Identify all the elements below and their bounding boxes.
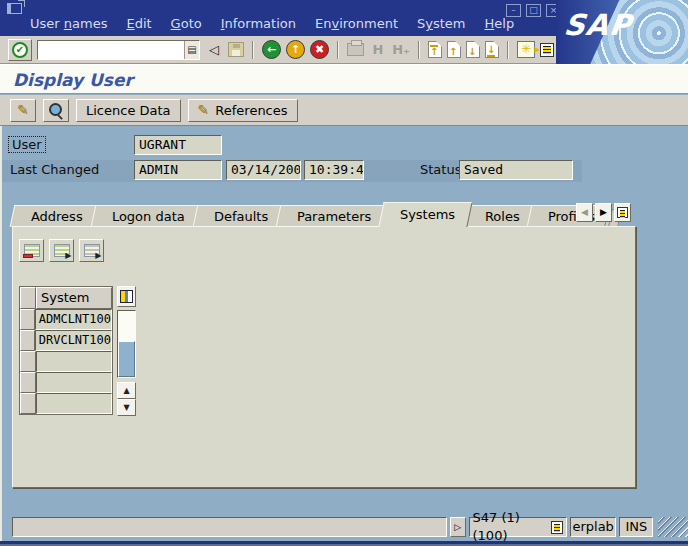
references-button[interactable]: ✎References	[188, 99, 298, 122]
menu-label: dit	[135, 16, 152, 31]
menu-item-environment[interactable]: Environment	[315, 16, 398, 36]
last-page-icon[interactable]: ↓	[485, 41, 499, 58]
page-title: Display User	[13, 70, 133, 90]
menu-label-accel: n	[64, 16, 72, 31]
enter-button[interactable]: ✔	[8, 39, 32, 61]
menu-item-information[interactable]: Information	[221, 16, 296, 36]
display-change-button[interactable]: ✎	[10, 99, 36, 122]
status-list-icon[interactable]	[551, 521, 563, 534]
status-label: Status	[420, 162, 461, 177]
tab-label: Defaults	[214, 206, 268, 227]
status-expand-button[interactable]: ▷	[450, 517, 466, 537]
command-history-icon[interactable]: ▤	[184, 41, 199, 59]
sap-gui-window: – □ × User names Edit Goto Information E…	[0, 0, 688, 546]
create-session-icon[interactable]: ✳	[517, 41, 535, 58]
menu-label: elp	[494, 16, 514, 31]
tab-list-button[interactable]	[614, 203, 631, 222]
row-selector[interactable]	[20, 372, 36, 393]
table-configuration-button[interactable]	[117, 286, 136, 307]
last-changed-date-field[interactable]: 03/14/2005	[226, 160, 301, 180]
cancel-icon[interactable]: ✖	[310, 40, 329, 59]
scroll-down-button[interactable]: ▼	[117, 399, 136, 416]
menu-item-edit[interactable]: Edit	[126, 16, 151, 36]
select-all-button[interactable]	[20, 287, 36, 309]
save-icon[interactable]	[228, 42, 244, 57]
menu-item-goto[interactable]: Goto	[171, 16, 202, 36]
print-icon[interactable]	[347, 43, 364, 56]
scroll-up-button[interactable]: ▲	[117, 382, 136, 399]
menu-label-accel: H	[485, 16, 495, 31]
check-icon: ✔	[12, 42, 28, 58]
last-changed-user-field[interactable]: ADMIN	[134, 160, 222, 180]
menu-item-system[interactable]: System	[417, 16, 466, 36]
row-selector[interactable]	[20, 309, 35, 330]
menu-label: stem	[433, 16, 466, 31]
licence-data-button[interactable]: Licence Data	[76, 99, 181, 122]
table-row	[20, 372, 112, 393]
first-page-icon[interactable]: ↑	[428, 41, 442, 58]
tab-parameters[interactable]: Parameters	[276, 205, 389, 227]
display-button[interactable]	[43, 99, 69, 122]
create-shortcut-icon[interactable]	[540, 43, 554, 57]
table-row	[20, 351, 112, 372]
exit-icon[interactable]: ↑	[286, 40, 305, 59]
last-changed-label: Last Changed	[10, 162, 99, 177]
system-session-text: S47 (1) (100)	[473, 509, 551, 545]
menu-item-user-names[interactable]: User names	[30, 16, 107, 36]
pencil-icon: ✎	[17, 102, 29, 118]
maximize-button[interactable]: □	[526, 4, 541, 17]
insert-row-button[interactable]: ▶	[49, 239, 74, 262]
find-next-icon[interactable]: H₊	[392, 40, 410, 60]
system-session-field[interactable]: S47 (1) (100)	[469, 517, 567, 537]
tab-scroll-left-button[interactable]: ◀	[576, 203, 593, 222]
system-cell[interactable]	[36, 372, 112, 393]
licence-data-label: Licence Data	[86, 103, 171, 118]
delete-row-button[interactable]	[19, 239, 44, 262]
arrow-up-icon: ↑	[430, 45, 438, 57]
collapse-icon[interactable]: ◁	[205, 40, 223, 60]
system-cell[interactable]	[36, 393, 112, 414]
menu-label: nformation	[225, 16, 296, 31]
previous-page-icon[interactable]: ↑	[447, 41, 461, 58]
references-label: References	[215, 103, 287, 118]
menu-item-help[interactable]: Help	[485, 16, 515, 36]
tab-roles[interactable]: Roles	[463, 205, 536, 227]
tab-scroll-right-button[interactable]: ▶	[595, 203, 612, 222]
copy-row-button[interactable]: ▶	[79, 239, 104, 262]
tab-logon-data[interactable]: Logon data	[90, 205, 202, 227]
menu-items: User names Edit Goto Information Environ…	[30, 16, 514, 36]
table-scrollbar-thumb[interactable]	[118, 341, 135, 377]
menu-label: oto	[181, 16, 202, 31]
tab-strip: Address Logon data Defaults Parameters S…	[12, 202, 614, 227]
system-cell[interactable]	[36, 351, 112, 372]
command-field[interactable]: ▤	[37, 40, 200, 60]
resize-grip[interactable]	[658, 517, 688, 537]
system-menu-icon[interactable]	[7, 3, 22, 14]
row-selector[interactable]	[20, 351, 36, 372]
menu-label-accel: y	[425, 16, 433, 31]
insert-mode-field[interactable]: INS	[619, 517, 653, 537]
toolbar-separator	[252, 41, 254, 59]
tab-defaults[interactable]: Defaults	[192, 205, 285, 227]
menu-label-accel: G	[171, 16, 181, 31]
tab-scroll-controls: ◀ ▶	[576, 203, 631, 222]
find-icon[interactable]: H	[369, 40, 387, 60]
next-page-icon[interactable]: ↓	[466, 41, 480, 58]
menu-label: ironment	[339, 16, 398, 31]
system-cell[interactable]: DRVCLNT100	[35, 330, 112, 351]
table-scrollbar-track[interactable]	[117, 310, 136, 378]
table-row-buttons: ▶ ▶	[19, 239, 104, 262]
last-changed-time-field[interactable]: 10:39:40	[304, 160, 364, 180]
row-selector[interactable]	[20, 330, 35, 351]
tab-systems[interactable]: Systems	[379, 202, 474, 227]
system-column-header[interactable]: System	[36, 287, 112, 309]
application-toolbar: ✎ Licence Data ✎References	[0, 95, 688, 126]
back-icon[interactable]: ←	[262, 40, 281, 59]
arrow-up-icon: ↑	[449, 47, 457, 57]
tab-address[interactable]: Address	[10, 205, 100, 227]
user-field[interactable]: UGRANT	[134, 135, 222, 155]
sap-logo: SAP	[562, 8, 633, 42]
row-selector[interactable]	[20, 393, 36, 414]
system-cell[interactable]: ADMCLNT100	[35, 309, 112, 330]
table-row: ADMCLNT100	[20, 309, 112, 330]
